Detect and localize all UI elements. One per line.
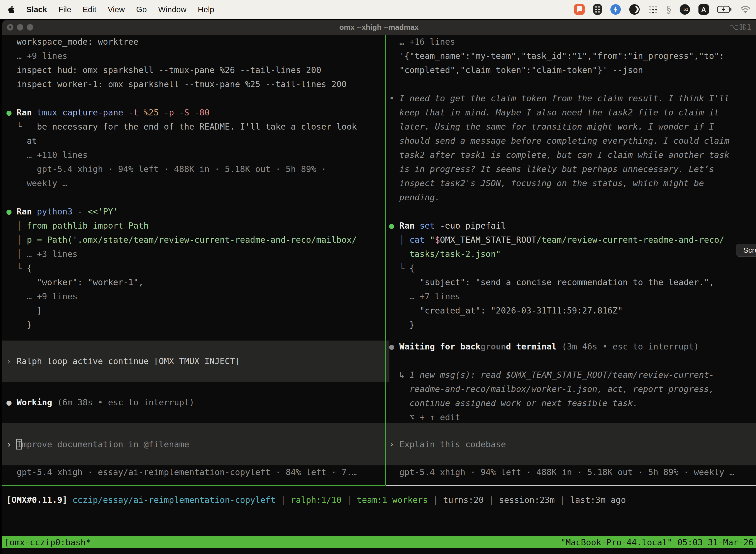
menu-item-file[interactable]: File: [59, 5, 71, 14]
left-input-placeholder: › Improve documentation in @filename: [6, 437, 189, 451]
menu-item-view[interactable]: View: [108, 5, 125, 14]
input-source-icon[interactable]: A: [698, 4, 709, 15]
right-pane-border: [386, 485, 756, 486]
tmux-host-clock: "MacBook-Pro-44.local" 05:03 31-Mar-26: [561, 537, 754, 547]
menu-item-window[interactable]: Window: [158, 5, 187, 14]
left-session-statusline: gpt-5.4 xhigh · essay/ai-reimplementatio…: [2, 465, 389, 479]
window-shortcut-badge: ⌥⌘1: [730, 20, 752, 35]
screen-tooltip: Scre: [736, 244, 756, 257]
bolt-badge-icon[interactable]: [611, 4, 621, 15]
left-working-status: ● Working (6m 38s • esc to interrupt): [2, 395, 389, 409]
menu-item-go[interactable]: Go: [136, 5, 147, 14]
tmux-status-bar: [omx-cczip0:bash* "MacBook-Pro-44.local"…: [2, 536, 756, 548]
terminal-window: omx --xhigh --madmax ⌥⌘1 workspace_mode:…: [2, 20, 756, 554]
right-session-statusline: gpt-5.4 xhigh · 94% left · 488K in · 5.1…: [386, 465, 756, 479]
left-pane-transcript[interactable]: workspace_mode: worktree … +9 lines insp…: [2, 35, 389, 332]
apple-icon[interactable]: [7, 5, 15, 14]
omx-status-line: [OMX#0.11.9] cczip/essay/ai-reimplementa…: [2, 493, 756, 507]
tmux-session-label: [omx-cczip0:bash*: [4, 537, 91, 547]
title-bar: omx --xhigh --madmax ⌥⌘1: [2, 20, 756, 35]
privacy-shield-icon[interactable]: [593, 4, 602, 15]
menu-item-help[interactable]: Help: [198, 5, 214, 14]
menu-status-icons: § ..61 A: [574, 4, 756, 15]
right-pane-transcript[interactable]: … +16 lines '{"team_name":"my-team","tas…: [386, 35, 756, 332]
menu-bar: Slack File Edit View Go Window Help § ..…: [0, 0, 756, 19]
right-waiting-status: ● Waiting for background terminal (3m 46…: [386, 340, 756, 425]
slack-notification-icon[interactable]: [574, 4, 585, 15]
left-ralph-loop-banner: › Ralph loop active continue [OMX_TMUX_I…: [2, 340, 389, 382]
window-title: omx --xhigh --madmax: [2, 20, 756, 35]
squiggle-icon[interactable]: §: [667, 4, 671, 15]
battery-icon[interactable]: [717, 6, 732, 13]
dots-grid-icon[interactable]: [648, 4, 658, 14]
left-prompt-input[interactable]: › Improve documentation in @filename: [2, 423, 385, 465]
menu-left: Slack File Edit View Go Window Help: [0, 5, 214, 14]
menu-item-edit[interactable]: Edit: [82, 5, 96, 14]
right-input-placeholder: › Explain this codebase: [389, 437, 506, 451]
count-badge-icon[interactable]: ..61: [680, 4, 690, 15]
crescent-app-icon[interactable]: [629, 4, 640, 15]
menu-item-slack[interactable]: Slack: [26, 5, 47, 14]
wifi-icon[interactable]: [740, 5, 751, 13]
ralph-loop-text: › Ralph loop active continue [OMX_TMUX_I…: [6, 354, 240, 368]
left-pane-border: [2, 485, 385, 486]
terminal-content: workspace_mode: worktree … +9 lines insp…: [2, 35, 756, 554]
right-prompt-input[interactable]: › Explain this codebase: [386, 423, 756, 465]
